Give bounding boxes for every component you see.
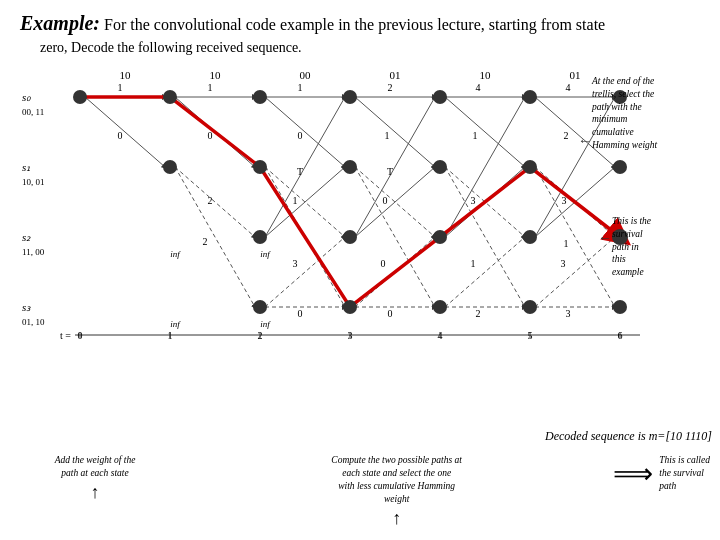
node-s2-t3 xyxy=(343,230,357,244)
node-s3-t3 xyxy=(343,300,357,314)
node-s3-t4 xyxy=(433,300,447,314)
weight-label: 4 xyxy=(476,82,481,93)
svg-line-18 xyxy=(355,97,435,237)
weight-label: 1 xyxy=(293,195,298,206)
node-s3-t2 xyxy=(253,300,267,314)
node-s1-t5 xyxy=(523,160,537,174)
weight-label: 1 xyxy=(298,82,303,93)
weight-label: 4 xyxy=(566,82,571,93)
bottom-right-text: This is calledthe survivalpath xyxy=(659,454,710,492)
state-s3-sub: 01, 10 xyxy=(22,317,45,327)
inf-label: inf xyxy=(170,319,181,329)
svg-line-7 xyxy=(265,97,345,167)
weight-label: 0 xyxy=(118,130,123,141)
svg-line-26 xyxy=(445,97,525,237)
node-s0-t1 xyxy=(163,90,177,104)
state-s3-label: s₃ xyxy=(22,301,31,313)
node-s1-t4 xyxy=(433,160,447,174)
node-s0-t4 xyxy=(433,90,447,104)
annotation-mid-right-arrow: ← xyxy=(598,230,612,246)
weight-label: 3 xyxy=(566,308,571,319)
weight-label: 2 xyxy=(564,130,569,141)
weight-label: 0 xyxy=(208,130,213,141)
top-label-5: 01 xyxy=(570,69,581,81)
t-label: t = xyxy=(60,330,71,341)
weight-label: 1 xyxy=(385,130,390,141)
top-label-1: 10 xyxy=(210,69,222,81)
weight-label: 2 xyxy=(476,308,481,319)
svg-line-15 xyxy=(355,97,435,167)
svg-line-17 xyxy=(355,167,435,307)
svg-line-36 xyxy=(535,237,615,307)
state-s1-label: s₁ xyxy=(22,161,30,173)
top-label-2: 00 xyxy=(300,69,312,81)
weight-label: 0 xyxy=(388,308,393,319)
state-s2-label: s₂ xyxy=(22,231,31,243)
top-label-0: 10 xyxy=(120,69,132,81)
svg-line-5 xyxy=(175,167,255,307)
bottom-center-text: Compute the two possible paths ateach st… xyxy=(297,454,497,530)
weight-label: 2 xyxy=(203,236,208,247)
weight-label: 0 xyxy=(298,130,303,141)
top-label-3: 01 xyxy=(390,69,401,81)
node-s0-t5 xyxy=(523,90,537,104)
title-line: Example: For the convolutional code exam… xyxy=(20,10,700,36)
weight-label: 1 xyxy=(564,238,569,249)
node-s2-t4 xyxy=(433,230,447,244)
annotation-mid-right: This is thesurvivalpath inthisexample xyxy=(612,215,712,279)
node-s3-t5 xyxy=(523,300,537,314)
annotation-top-right-arrow: ← xyxy=(578,133,592,149)
title-description: For the convolutional code example in th… xyxy=(104,16,605,33)
weight-label: 3 xyxy=(471,195,476,206)
weight-label: 3 xyxy=(562,195,567,206)
weight-label: 0 xyxy=(381,258,386,269)
node-s2-t2 xyxy=(253,230,267,244)
weight-label: 0 xyxy=(383,195,388,206)
weight-label: 2 xyxy=(208,195,213,206)
weight-label: T xyxy=(297,166,303,177)
node-s3-t6 xyxy=(613,300,627,314)
svg-line-25 xyxy=(445,167,525,307)
bottom-arrow-right: ⟹ This is calledthe survivalpath xyxy=(613,454,710,492)
node-s1-t6 xyxy=(613,160,627,174)
node-s0-t2 xyxy=(253,90,267,104)
node-s0-t0 xyxy=(73,90,87,104)
node-s2-t5 xyxy=(523,230,537,244)
state-s1-sub: 10, 01 xyxy=(22,177,45,187)
node-s1-t1 xyxy=(163,160,177,174)
node-s1-t2 xyxy=(253,160,267,174)
bottom-section: Add the weight of thepath at each state … xyxy=(20,454,710,530)
node-s1-t3 xyxy=(343,160,357,174)
weight-label: T xyxy=(387,166,393,177)
weight-label: 3 xyxy=(293,258,298,269)
weight-label: 0 xyxy=(298,308,303,319)
svg-line-10 xyxy=(265,97,345,237)
inf-label: inf xyxy=(260,249,271,259)
weight-label: 1 xyxy=(118,82,123,93)
weight-label: 1 xyxy=(473,130,478,141)
svg-line-28 xyxy=(445,237,525,307)
weight-label: 1 xyxy=(208,82,213,93)
svg-line-4 xyxy=(175,167,255,237)
svg-line-1 xyxy=(85,97,165,167)
top-label-4: 10 xyxy=(480,69,492,81)
svg-line-23 xyxy=(445,97,525,167)
subtitle: zero, Decode the following received sequ… xyxy=(40,40,700,56)
state-s0-sub: 00, 11 xyxy=(22,107,44,117)
title-example: Example: xyxy=(20,12,100,34)
node-s0-t3 xyxy=(343,90,357,104)
inf-label: inf xyxy=(170,249,181,259)
inf-label: inf xyxy=(260,319,271,329)
page: Example: For the convolutional code exam… xyxy=(0,0,720,540)
svg-line-12 xyxy=(265,237,345,307)
bottom-left-text: Add the weight of thepath at each state … xyxy=(20,454,170,504)
weight-label: 3 xyxy=(561,258,566,269)
weight-label: 2 xyxy=(388,82,393,93)
decoded-sequence-box: Decoded sequence is m=[10 1110] xyxy=(545,427,712,445)
weight-label: 1 xyxy=(471,258,476,269)
state-s0-label: s₀ xyxy=(22,91,31,103)
state-s2-sub: 11, 00 xyxy=(22,247,45,257)
annotation-top-right: At the end of thetrellis, select thepath… xyxy=(592,75,712,152)
